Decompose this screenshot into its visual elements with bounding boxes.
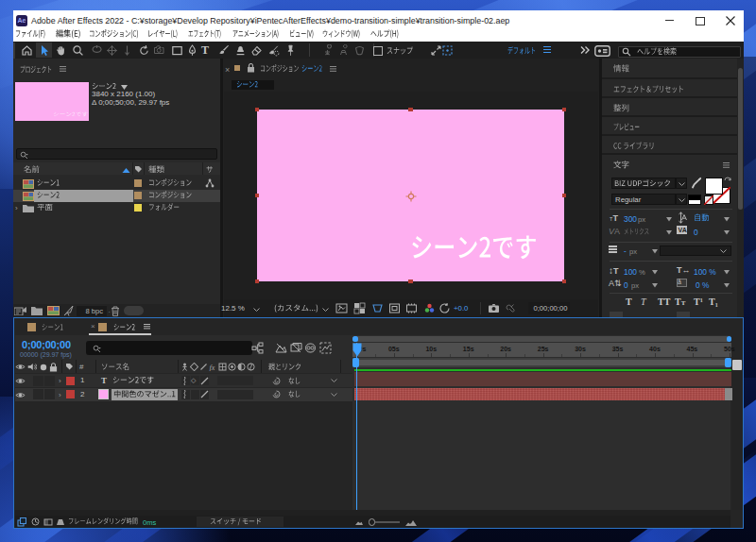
- svg-text:fx: fx: [210, 363, 215, 371]
